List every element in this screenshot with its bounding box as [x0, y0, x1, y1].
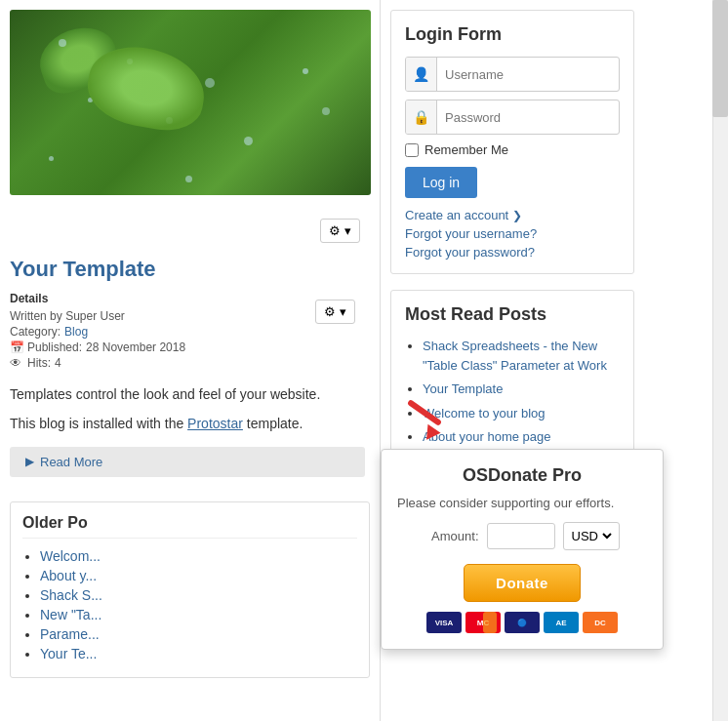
- calendar-icon: 📅: [10, 340, 23, 354]
- article-body: Templates control the look and feel of y…: [10, 383, 365, 435]
- login-form-panel: Login Form 👤 🔒 Remember Me Log in Create…: [390, 10, 634, 274]
- published-row: 📅 Published: 28 November 2018: [10, 340, 185, 354]
- os-donate-description: Please consider supporting our efforts.: [397, 496, 647, 510]
- most-read-link-2[interactable]: Your Template: [423, 381, 503, 396]
- list-item: Your Template: [423, 380, 620, 399]
- forgot-password-link[interactable]: Forgot your password?: [405, 245, 620, 260]
- scrollbar[interactable]: [712, 0, 728, 721]
- list-item: Shack Spreadsheets - the New "Table Clas…: [423, 337, 620, 375]
- list-item: Welcome to your blog: [423, 404, 620, 423]
- gear-button-2[interactable]: ⚙ ▾: [315, 300, 355, 324]
- read-more-label: Read More: [40, 455, 102, 469]
- forgot-username-link[interactable]: Forgot your username?: [405, 226, 620, 241]
- list-item: Welcom...: [40, 548, 357, 564]
- remember-me-label: Remember Me: [425, 142, 508, 157]
- most-read-link-4[interactable]: About your home page: [423, 429, 551, 444]
- username-input-row[interactable]: 👤: [405, 57, 620, 92]
- details-label: Details: [10, 292, 185, 305]
- gear-container-1: ⚙ ▾: [0, 205, 380, 247]
- amount-label: Amount:: [425, 529, 479, 543]
- list-item: Shack S...: [40, 587, 357, 603]
- published-label: Published:: [27, 340, 82, 354]
- amount-input[interactable]: [487, 523, 555, 549]
- currency-dropdown[interactable]: USD EUR GBP: [568, 528, 615, 544]
- user-icon: 👤: [406, 58, 437, 91]
- mastercard-icon: MC: [465, 612, 501, 633]
- article-section: Your Template Details Written by Super U…: [0, 247, 380, 487]
- category-link[interactable]: Blog: [64, 325, 88, 339]
- login-button[interactable]: Log in: [405, 167, 477, 198]
- older-post-link-2[interactable]: About y...: [40, 568, 97, 583]
- currency-select-container[interactable]: USD EUR GBP: [563, 522, 620, 550]
- hits-label: Hits:: [27, 356, 51, 370]
- login-links: Create an account ❯ Forgot your username…: [405, 208, 620, 260]
- article-body-line2: This blog is installed with the Protosta…: [10, 413, 365, 434]
- older-post-link-3[interactable]: Shack S...: [40, 587, 102, 603]
- password-input-row[interactable]: 🔒: [405, 100, 620, 135]
- gear-button-1[interactable]: ⚙ ▾: [320, 219, 360, 243]
- remember-me-checkbox[interactable]: [405, 143, 419, 157]
- older-post-link-5[interactable]: Parame...: [40, 626, 100, 642]
- article-title: Your Template: [10, 257, 365, 282]
- details-section: Details Written by Super User Category: …: [10, 292, 185, 372]
- main-content: ⚙ ▾ Your Template Details Written by Sup…: [0, 0, 381, 721]
- scrollbar-thumb[interactable]: [712, 0, 728, 117]
- most-read-link-1[interactable]: Shack Spreadsheets - the New "Table Clas…: [423, 339, 607, 373]
- create-account-link[interactable]: Create an account ❯: [405, 208, 620, 222]
- older-post-link-6[interactable]: Your Te...: [40, 646, 97, 661]
- read-more-arrow-icon: ▶: [25, 455, 34, 468]
- username-input[interactable]: [437, 61, 619, 88]
- create-account-text: Create an account: [405, 208, 508, 222]
- list-item: Your Te...: [40, 646, 357, 661]
- hero-image: [10, 10, 371, 195]
- protostar-link[interactable]: Protostar: [187, 416, 243, 431]
- visa-icon: VISA: [426, 612, 462, 633]
- written-by: Written by Super User: [10, 309, 185, 323]
- amount-row: Amount: USD EUR GBP: [397, 522, 647, 550]
- login-form-title: Login Form: [405, 24, 620, 45]
- list-item: About y...: [40, 568, 357, 583]
- article-body-line1: Templates control the look and feel of y…: [10, 383, 365, 405]
- os-donate-title: OSDonate Pro: [397, 465, 647, 486]
- written-by-text: Written by Super User: [10, 309, 125, 323]
- list-item: Parame...: [40, 626, 357, 642]
- hits-row: 👁 Hits: 4: [10, 356, 185, 370]
- eye-icon: 👁: [10, 356, 23, 370]
- older-posts-list: Welcom... About y... Shack S... New "Ta.…: [22, 548, 357, 661]
- password-input[interactable]: [437, 104, 619, 131]
- card-icons-row: VISA MC 🔵 AE DC: [397, 612, 647, 633]
- older-posts-title: Older Po: [22, 514, 357, 539]
- discover-icon: DC: [583, 612, 618, 633]
- most-read-title: Most Read Posts: [405, 304, 620, 325]
- older-post-link-4[interactable]: New "Ta...: [40, 607, 101, 622]
- chevron-right-icon: ❯: [512, 209, 522, 222]
- maestro-icon: 🔵: [505, 612, 540, 633]
- published-date: 28 November 2018: [86, 340, 185, 354]
- donate-button[interactable]: Donate: [464, 564, 581, 602]
- most-read-link-3[interactable]: Welcome to your blog: [423, 406, 546, 421]
- os-donate-popup: OSDonate Pro Please consider supporting …: [381, 449, 664, 650]
- remember-me-row: Remember Me: [405, 142, 620, 157]
- older-posts-panel: Older Po Welcom... About y... Shack S...…: [10, 501, 370, 678]
- lock-icon: 🔒: [406, 100, 437, 134]
- hits-count: 4: [55, 356, 61, 370]
- read-more-button[interactable]: ▶ Read More: [10, 447, 365, 477]
- amex-icon: AE: [544, 612, 579, 633]
- category-row: Category: Blog: [10, 325, 185, 339]
- older-post-link-1[interactable]: Welcom...: [40, 548, 101, 564]
- category-label: Category:: [10, 325, 61, 339]
- list-item: About your home page: [423, 427, 620, 447]
- list-item: New "Ta...: [40, 607, 357, 622]
